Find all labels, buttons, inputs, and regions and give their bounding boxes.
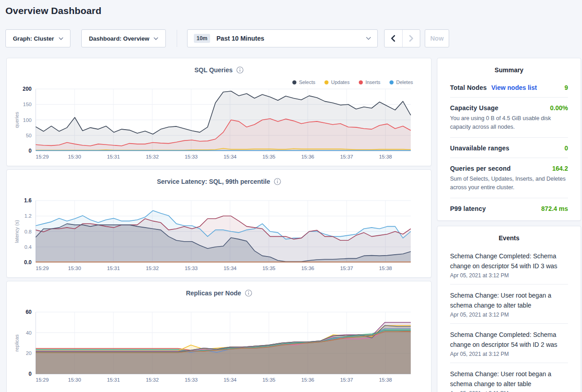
svg-text:40: 40 xyxy=(26,330,32,336)
chevron-down-icon xyxy=(154,37,158,40)
summary-value: 0 xyxy=(564,145,568,152)
event-item[interactable]: Schema Change: User root began a schema … xyxy=(450,284,568,323)
svg-text:15:36: 15:36 xyxy=(301,266,314,271)
chart-title: Service Latency: SQL, 99th percentile xyxy=(157,178,270,185)
svg-text:15:31: 15:31 xyxy=(107,377,120,383)
svg-text:15:32: 15:32 xyxy=(146,377,159,383)
time-range-dropdown[interactable]: 10m Past 10 Minutes xyxy=(187,29,378,47)
info-icon[interactable] xyxy=(245,289,252,297)
service-latency-chart-card: Service Latency: SQL, 99th percentile 0.… xyxy=(6,169,432,278)
svg-text:0.8: 0.8 xyxy=(24,229,32,234)
chevron-down-icon xyxy=(59,37,63,40)
event-timestamp: Apr 05, 2021 at 3:12 PM xyxy=(450,272,568,279)
summary-label: Capacity Usage xyxy=(450,104,498,112)
summary-rows: Total NodesView nodes list9Capacity Usag… xyxy=(450,77,568,218)
event-text[interactable]: Schema Change: User root began a schema … xyxy=(450,369,568,389)
svg-text:15:34: 15:34 xyxy=(224,154,237,159)
chevron-down-icon xyxy=(366,37,371,40)
summary-label: Unavailable ranges xyxy=(450,145,509,152)
summary-panel: Summary Total NodesView nodes list9Capac… xyxy=(437,58,581,221)
page-title: Overview Dashboard xyxy=(5,5,102,16)
event-item[interactable]: Schema Change Completed: Schema change o… xyxy=(450,323,568,363)
svg-text:200: 200 xyxy=(23,86,32,92)
svg-text:50: 50 xyxy=(26,133,32,138)
now-button[interactable]: Now xyxy=(425,29,449,47)
event-text[interactable]: Schema Change Completed: Schema change o… xyxy=(450,330,568,350)
svg-text:15:35: 15:35 xyxy=(263,377,276,383)
svg-text:15:31: 15:31 xyxy=(107,154,120,159)
time-range-badge: 10m xyxy=(194,34,210,43)
dashboard-dropdown-label: Dashboard: Overview xyxy=(89,35,150,42)
event-text[interactable]: Schema Change Completed: Schema change o… xyxy=(450,251,568,271)
svg-text:15:34: 15:34 xyxy=(224,266,237,271)
summary-label: Queries per second xyxy=(450,165,511,172)
view-nodes-list-link[interactable]: View nodes list xyxy=(491,84,537,91)
event-timestamp: Apr 05, 2021 at 3:12 PM xyxy=(450,351,568,357)
svg-text:1.2: 1.2 xyxy=(24,213,32,219)
svg-text:replicas: replicas xyxy=(14,334,19,351)
sql-queries-chart-card: SQL Queries SelectsUpdatesInsertsDeletes… xyxy=(6,58,432,166)
info-icon[interactable] xyxy=(236,66,244,74)
replicas-per-node-plot[interactable]: 020406015:2915:3015:3115:3215:3315:3415:… xyxy=(7,308,432,391)
svg-text:15:33: 15:33 xyxy=(185,377,198,383)
event-item[interactable]: Schema Change: User root began a schema … xyxy=(450,363,568,392)
svg-text:15:29: 15:29 xyxy=(36,266,49,271)
svg-text:15:38: 15:38 xyxy=(379,377,392,383)
svg-text:0.0: 0.0 xyxy=(24,259,32,266)
summary-value: 164.2 xyxy=(552,165,568,172)
service-latency-plot[interactable]: 0.00.40.81.21.615:2915:3015:3115:3215:33… xyxy=(7,196,432,279)
svg-text:15:38: 15:38 xyxy=(379,154,392,159)
events-panel: Events Schema Change Completed: Schema c… xyxy=(437,226,581,392)
time-range-label: Past 10 Minutes xyxy=(216,35,361,42)
svg-text:15:33: 15:33 xyxy=(185,266,198,271)
summary-label: P99 latency xyxy=(450,205,486,212)
svg-text:15:30: 15:30 xyxy=(68,377,81,383)
event-item[interactable]: Schema Change Completed: Schema change o… xyxy=(450,245,568,284)
svg-text:0.4: 0.4 xyxy=(24,244,32,250)
svg-text:1.6: 1.6 xyxy=(24,197,32,204)
svg-text:0: 0 xyxy=(28,148,32,154)
svg-text:100: 100 xyxy=(23,117,32,123)
svg-text:15:37: 15:37 xyxy=(340,154,353,159)
svg-text:15:35: 15:35 xyxy=(263,154,276,159)
svg-text:15:33: 15:33 xyxy=(185,154,198,159)
svg-text:15:30: 15:30 xyxy=(68,266,81,271)
legend-dot xyxy=(390,80,394,84)
summary-value: 9 xyxy=(564,84,568,91)
time-forward-button[interactable] xyxy=(402,30,420,47)
summary-row: Unavailable ranges0 xyxy=(450,137,568,158)
time-nav-group xyxy=(384,29,420,47)
time-back-button[interactable] xyxy=(385,30,402,47)
event-timestamp: Apr 05, 2021 at 3:12 PM xyxy=(450,312,568,318)
svg-text:15:32: 15:32 xyxy=(146,154,159,159)
graph-dropdown[interactable]: Graph: Cluster xyxy=(5,29,70,47)
svg-text:15:36: 15:36 xyxy=(301,154,314,159)
svg-text:latency (s): latency (s) xyxy=(14,220,19,243)
svg-text:queries: queries xyxy=(14,112,19,128)
summary-value: 0.00% xyxy=(550,104,568,112)
svg-text:20: 20 xyxy=(26,350,32,356)
svg-text:0: 0 xyxy=(28,371,32,377)
summary-row: Total NodesView nodes list9 xyxy=(450,77,568,97)
svg-text:60: 60 xyxy=(26,309,32,315)
summary-description: Sum of Selects, Updates, Inserts, and De… xyxy=(450,175,568,192)
dashboard-dropdown[interactable]: Dashboard: Overview xyxy=(81,29,166,47)
event-list: Schema Change Completed: Schema change o… xyxy=(450,245,568,392)
svg-text:15:29: 15:29 xyxy=(36,377,49,383)
svg-text:150: 150 xyxy=(23,102,32,107)
info-icon[interactable] xyxy=(274,178,281,185)
chart-title: Replicas per Node xyxy=(186,289,241,297)
summary-row: Queries per second164.2Sum of Selects, U… xyxy=(450,158,568,198)
event-text[interactable]: Schema Change: User root began a schema … xyxy=(450,290,568,310)
sql-queries-plot[interactable]: 05010015020015:2915:3015:3115:3215:3315:… xyxy=(7,84,432,168)
svg-text:15:32: 15:32 xyxy=(146,266,159,271)
summary-title: Summary xyxy=(450,66,568,74)
events-title: Events xyxy=(450,234,568,242)
svg-text:15:35: 15:35 xyxy=(263,266,276,271)
svg-text:15:37: 15:37 xyxy=(340,377,353,383)
svg-text:15:29: 15:29 xyxy=(36,154,49,159)
event-timestamp: Apr 05, 2021 at 3:11 PM xyxy=(450,390,568,392)
legend-dot xyxy=(292,80,296,84)
svg-text:15:31: 15:31 xyxy=(107,266,120,271)
replicas-per-node-chart-card: Replicas per Node 020406015:2915:3015:31… xyxy=(6,281,432,392)
